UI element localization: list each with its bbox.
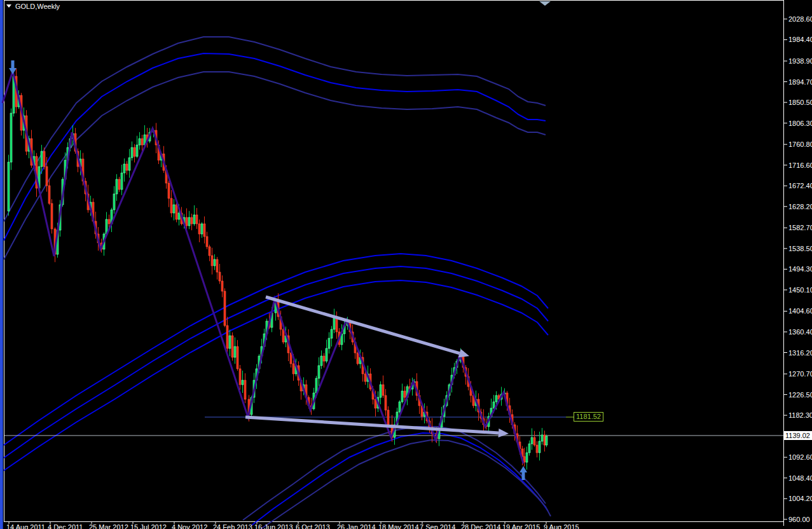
candle-body [239, 369, 241, 385]
band-curve [4, 266, 548, 458]
candle-body [539, 441, 540, 453]
symbol-timeframe-label[interactable]: GOLD,Weekly [6, 3, 60, 10]
candle-body [113, 194, 115, 210]
candle-body [216, 259, 218, 272]
candle-body [229, 336, 231, 348]
time-axis-label: 16 Jun 2013 [254, 523, 293, 529]
up-arrow-icon [520, 466, 527, 472]
annotations-layer [9, 1, 551, 480]
price-axis-label: 1450.10 [788, 286, 812, 294]
candle-body [404, 391, 406, 397]
candle-body [242, 380, 244, 385]
price-axis-label: 1004.20 [788, 495, 812, 502]
symbol-label-text: GOLD,Weekly [15, 3, 60, 10]
candle-body [224, 291, 226, 326]
candle-body [315, 378, 317, 393]
candle-body [186, 217, 188, 226]
bollinger-bands-layer [4, 37, 551, 529]
candle-body [141, 139, 143, 145]
price-axis-label: 1894.70 [788, 78, 812, 86]
candle-body [546, 436, 547, 445]
candle-body [531, 437, 533, 444]
candle-body [178, 213, 180, 219]
price-axis-label: 1404.60 [788, 307, 812, 315]
candle-body [282, 329, 284, 342]
down-arrow-icon [9, 68, 17, 74]
price-axis-label: 1538.50 [788, 245, 812, 252]
candle-body [544, 435, 546, 445]
price-axis-label: 1716.60 [788, 161, 812, 169]
candle-body [385, 395, 387, 410]
candle-body [237, 347, 238, 369]
candle-body [48, 186, 50, 203]
price-axis-label: 1582.70 [788, 224, 812, 231]
candle-body [320, 356, 322, 366]
time-axis-label: 6 Oct 2013 [296, 523, 330, 529]
candle-body [51, 203, 53, 229]
candle-body [10, 113, 12, 162]
candle-body [209, 247, 210, 256]
price-axis-label: 1850.50 [788, 99, 812, 106]
time-axis-label: 18 May 2014 [378, 523, 419, 529]
band-curve [4, 53, 546, 240]
candle-body [126, 164, 128, 170]
candle-body [198, 224, 200, 234]
candle-body [328, 338, 330, 348]
candle-body [533, 437, 535, 445]
window-edge-left-shade [3, 0, 3, 529]
candle-body [211, 256, 213, 266]
candle-body [131, 148, 133, 158]
candle-body [128, 158, 130, 170]
candle-body [318, 366, 320, 378]
time-axis-label: 15 Jul 2012 [130, 523, 167, 529]
candle-body [333, 318, 335, 329]
candle-body [121, 173, 123, 189]
candle-body [188, 217, 190, 226]
time-axis-label: 28 Dec 2014 [461, 523, 500, 529]
time-axis-label: 24 Feb 2013 [213, 523, 252, 529]
candle-body [528, 444, 530, 453]
candle-body [214, 259, 216, 266]
price-axis-label: 1806.30 [788, 120, 812, 127]
trading-terminal-window: GOLD,Weekly 2028.601984.401938.901894.70… [0, 0, 812, 529]
trend-arrow-head [458, 349, 469, 357]
price-axis-label: 1984.40 [788, 36, 812, 43]
time-axis-label: 14 Aug 2011 [6, 523, 45, 529]
chart-canvas[interactable] [0, 0, 812, 529]
candle-body [323, 356, 325, 361]
candle-body [493, 402, 495, 408]
price-axis-label: 1270.70 [788, 370, 812, 378]
candle-body [175, 205, 177, 219]
price-axis-label: 1938.90 [788, 57, 812, 65]
time-axis-label: 25 Mar 2012 [89, 523, 128, 529]
up-arrow-icon-shaft [522, 472, 525, 480]
candle-body [292, 364, 294, 374]
candle-body [219, 272, 221, 281]
candle-body [331, 329, 333, 338]
candle-body [364, 374, 366, 381]
candle-body [41, 151, 43, 167]
candle-body [201, 224, 203, 234]
time-axis-label: 7 Sep 2014 [420, 523, 455, 529]
time-axis-label: 19 Apr 2015 [502, 523, 540, 529]
candle-body [401, 391, 403, 402]
price-axis-label: 960.00 [788, 516, 810, 523]
candle-body [173, 205, 175, 213]
band-curve [4, 72, 546, 259]
zigzag-layer [3, 71, 523, 464]
price-axis-label: 1226.50 [788, 391, 812, 399]
candle-body [203, 224, 205, 237]
candle-body [170, 198, 172, 213]
candle-body [226, 326, 228, 348]
price-axis-label: 1182.30 [788, 411, 812, 419]
candle-body [541, 435, 543, 441]
candle-body [221, 281, 223, 291]
candle-body [399, 402, 401, 412]
price-axis-label: 1048.40 [788, 474, 812, 482]
time-axis-label: 4 Nov 2012 [172, 523, 207, 529]
candle-body [191, 217, 193, 224]
candle-body [43, 151, 45, 167]
candle-body [526, 453, 528, 462]
candle-body [136, 145, 138, 156]
time-axis-label: 9 Aug 2015 [544, 523, 579, 529]
